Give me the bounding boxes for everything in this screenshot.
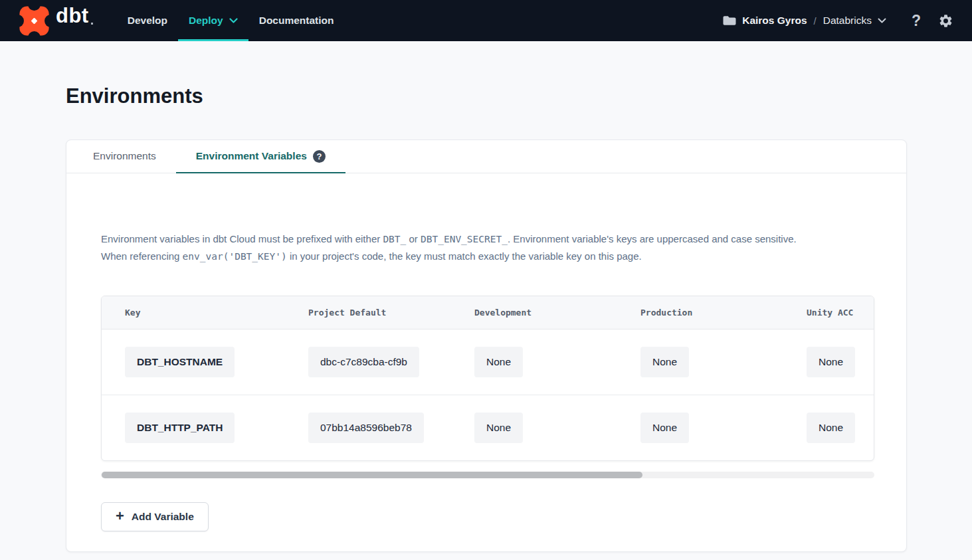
plus-icon: + — [116, 509, 124, 523]
env-var-description: Environment variables in dbt Cloud must … — [101, 231, 874, 265]
nav-item-label: Develop — [128, 15, 167, 27]
chevron-down-icon — [878, 18, 886, 24]
project-picker[interactable]: Kairos Gyros / Databricks — [722, 15, 886, 27]
variable-value-chip[interactable]: None — [807, 347, 855, 377]
nav-item-documentation[interactable]: Documentation — [248, 0, 345, 41]
description-text: in your project's code, the key must mat… — [287, 250, 642, 262]
variable-value-chip[interactable]: 07bb14a8596beb78 — [308, 413, 424, 443]
add-variable-button[interactable]: + Add Variable — [101, 502, 209, 531]
primary-nav: DevelopDeployDocumentation — [117, 0, 345, 41]
table-header-row: KeyProject DefaultDevelopmentProductionU… — [102, 296, 874, 329]
help-icon[interactable]: ? — [912, 12, 921, 30]
environments-card: EnvironmentsEnvironment Variables? Envir… — [66, 140, 907, 552]
add-variable-label: Add Variable — [132, 511, 194, 523]
navbar-right: Kairos Gyros / Databricks ? — [722, 12, 953, 30]
variable-value-chip[interactable]: None — [640, 347, 689, 377]
inline-code: env_var('DBT_KEY') — [183, 251, 287, 262]
table-body: DBT_HOSTNAMEdbc-c7c89cba-cf9bNoneNoneNon… — [102, 329, 874, 460]
active-nav-underline — [178, 39, 248, 41]
description-text: Environment variables in dbt Cloud must … — [101, 233, 383, 244]
inline-code: DBT_ENV_SECRET_ — [421, 234, 508, 244]
description-text: When referencing — [101, 250, 183, 262]
horizontal-scrollbar-thumb[interactable] — [102, 472, 642, 478]
description-text: or — [406, 233, 421, 244]
tab-environments[interactable]: Environments — [73, 140, 176, 173]
variable-value-chip[interactable]: None — [474, 413, 523, 443]
nav-item-develop[interactable]: Develop — [117, 0, 178, 41]
column-header-key: Key — [125, 308, 308, 318]
folder-icon — [722, 15, 736, 27]
column-header-production: Production — [640, 308, 807, 318]
nav-item-label: Deploy — [189, 15, 223, 27]
column-header-project-default: Project Default — [308, 308, 474, 318]
breadcrumb-separator: / — [814, 15, 817, 27]
env-var-table: KeyProject DefaultDevelopmentProductionU… — [101, 296, 874, 461]
dbt-logo-icon — [19, 5, 50, 37]
nav-item-label: Documentation — [259, 15, 334, 27]
description-text: . Environment variable's keys are upperc… — [508, 233, 797, 244]
table-row: DBT_HTTP_PATH07bb14a8596beb78NoneNoneNon… — [102, 395, 874, 460]
nav-item-deploy[interactable]: Deploy — [178, 0, 248, 41]
variable-value-chip[interactable]: None — [807, 413, 855, 443]
main-content: Environments EnvironmentsEnvironment Var… — [0, 84, 972, 552]
top-navbar: dbt DevelopDeployDocumentation Kairos Gy… — [0, 0, 972, 41]
variable-key-chip: DBT_HOSTNAME — [125, 347, 235, 377]
description-line: Environment variables in dbt Cloud must … — [101, 231, 874, 248]
dbt-brand[interactable]: dbt — [19, 5, 89, 37]
gear-icon[interactable] — [938, 13, 953, 29]
inline-code: DBT_ — [383, 234, 406, 244]
chevron-down-icon — [229, 18, 238, 24]
brand-wordmark: dbt — [56, 5, 89, 26]
variable-value-chip[interactable]: None — [640, 413, 689, 443]
horizontal-scrollbar-track[interactable] — [101, 472, 874, 478]
environment-variables-panel: Environment variables in dbt Cloud must … — [66, 173, 906, 551]
tab-label: Environments — [93, 150, 156, 162]
tab-help-icon[interactable]: ? — [313, 150, 326, 163]
table-row: DBT_HOSTNAMEdbc-c7c89cba-cf9bNoneNoneNon… — [102, 329, 874, 395]
project-name: Databricks — [823, 15, 872, 27]
tab-bar: EnvironmentsEnvironment Variables? — [66, 140, 906, 173]
variable-value-chip[interactable]: dbc-c7c89cba-cf9b — [308, 347, 419, 377]
tab-label: Environment Variables — [196, 150, 307, 162]
variable-value-chip[interactable]: None — [474, 347, 523, 377]
tab-environment-variables[interactable]: Environment Variables? — [176, 140, 345, 173]
page-title: Environments — [66, 84, 972, 109]
column-header-unity-acc: Unity ACC — [807, 308, 874, 318]
column-header-development: Development — [474, 308, 640, 318]
description-line: When referencing env_var('DBT_KEY') in y… — [101, 248, 874, 265]
account-name: Kairos Gyros — [742, 15, 807, 27]
variable-key-chip: DBT_HTTP_PATH — [125, 413, 235, 443]
